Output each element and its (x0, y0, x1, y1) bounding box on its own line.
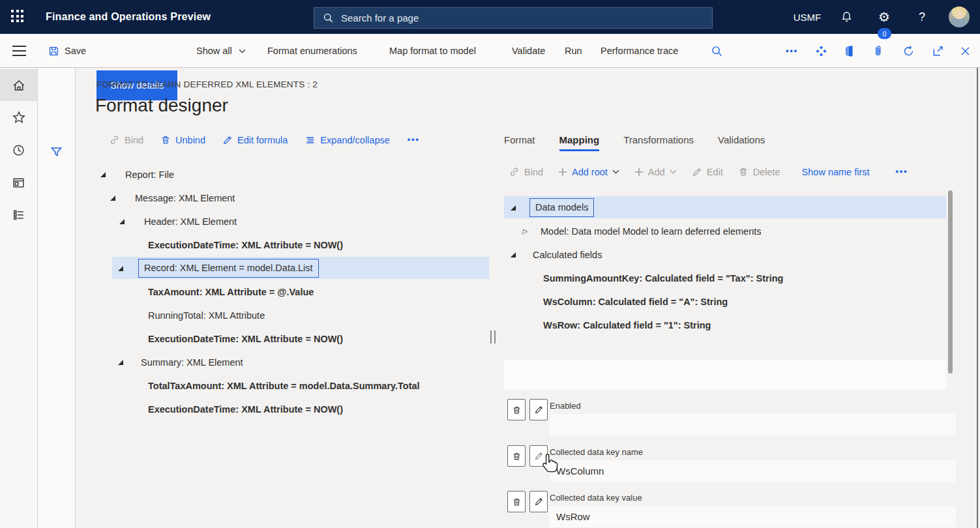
top-nav-bar: Finance and Operations Preview Search fo… (0, 0, 980, 34)
app-launcher-icon[interactable] (11, 10, 26, 25)
sidebar-item-recent[interactable] (0, 134, 37, 166)
add-root-button[interactable]: Add root (558, 167, 619, 177)
save-button[interactable]: Save (48, 34, 86, 68)
left-toolbar-more-button[interactable]: ⋯ (407, 132, 420, 147)
delete-field-button[interactable] (507, 399, 526, 420)
trash-icon (738, 166, 749, 177)
right-toolbar-more-button[interactable]: ⋯ (895, 164, 908, 179)
sidebar-item-favorites[interactable] (0, 101, 37, 133)
delete-button[interactable]: Delete (738, 166, 780, 177)
edit-field-button[interactable] (529, 445, 548, 467)
sidebar-item-home[interactable] (0, 69, 37, 101)
bind-icon (109, 134, 120, 145)
edit-field-button[interactable] (529, 491, 548, 512)
tab-mapping[interactable]: Mapping (559, 134, 600, 151)
favorites-icon (12, 110, 26, 125)
save-icon (48, 46, 59, 57)
pencil-icon (692, 167, 702, 177)
trash-icon (160, 134, 171, 145)
chevron-down-icon (612, 169, 619, 174)
close-icon[interactable] (960, 34, 971, 68)
expand-collapse-button[interactable]: Expand/collapse (304, 135, 389, 145)
edit-field-button[interactable] (529, 399, 548, 420)
tree-row[interactable]: SummingAmountKey: Calculated field = "Ta… (0, 267, 980, 290)
recent-icon (12, 143, 25, 157)
field-label: Enabled (550, 401, 581, 411)
bind-button[interactable]: Bind (509, 166, 543, 177)
bind-icon (509, 166, 520, 177)
performance-trace-button[interactable]: Performance trace (601, 34, 678, 68)
chevron-down-icon (670, 169, 677, 174)
collected-data-key-name-field[interactable] (550, 460, 956, 482)
tab-transformations[interactable]: Transformations (623, 134, 694, 151)
format-tree-toolbar: Bind Unbind Edit formula (109, 132, 420, 147)
delete-field-button[interactable] (507, 445, 526, 467)
tree-row[interactable]: Calculated fields (0, 243, 980, 267)
tree-row[interactable]: WsColumn: Calculated field = "A": String (0, 290, 980, 314)
map-format-to-model-button[interactable]: Map format to model (389, 34, 476, 68)
format-enumerations-button[interactable]: Format enumerations (267, 34, 357, 68)
popout-icon[interactable] (932, 34, 944, 68)
show-all-menu[interactable]: Show all (196, 34, 246, 68)
run-button[interactable]: Run (565, 34, 582, 68)
bell-icon[interactable] (832, 0, 861, 34)
tab-format[interactable]: Format (504, 134, 535, 151)
refresh-icon[interactable] (902, 34, 915, 68)
right-pane-tabs: Format Mapping Transformations Validatio… (504, 134, 765, 151)
page-title: Format designer (95, 95, 228, 116)
dynamics-icon[interactable] (815, 34, 827, 68)
enabled-field[interactable] (550, 414, 956, 435)
more-commands-button[interactable]: ⋯ (785, 34, 798, 68)
unbind-button[interactable]: Unbind (160, 134, 205, 145)
tree-row-selected[interactable]: Data models (0, 196, 980, 220)
edit-button[interactable]: Edit (692, 167, 723, 177)
delete-field-button[interactable] (507, 491, 526, 512)
tab-validations[interactable]: Validations (718, 134, 765, 151)
app-title: Finance and Operations Preview (46, 0, 211, 34)
home-icon (12, 78, 26, 93)
edit-formula-button[interactable]: Edit formula (222, 135, 288, 145)
page-search-input[interactable]: Search for a page (314, 7, 713, 29)
plus-icon (558, 168, 567, 177)
add-button[interactable]: Add (634, 167, 677, 177)
app-window: Finance and Operations Preview Search fo… (0, 0, 980, 528)
search-placeholder: Search for a page (341, 12, 419, 23)
vertical-scrollbar[interactable] (948, 190, 953, 374)
pencil-icon (222, 135, 233, 145)
company-picker[interactable]: USMF (789, 0, 825, 34)
help-icon[interactable]: ? (908, 0, 936, 34)
attachments-count-badge: 0 (878, 28, 891, 39)
filter-icon[interactable] (38, 139, 75, 164)
collected-data-key-value-field[interactable] (550, 506, 956, 527)
field-label: Collected data key value (550, 493, 642, 503)
chevron-down-icon (239, 49, 246, 53)
window-edge (977, 68, 978, 528)
bind-button[interactable]: Bind (109, 134, 143, 145)
plus-icon (634, 168, 644, 177)
hamburger-icon[interactable] (10, 34, 27, 68)
command-bar: Save Show details Show all Format enumer… (0, 34, 980, 68)
user-avatar[interactable] (949, 7, 970, 27)
validate-button[interactable]: Validate (512, 34, 545, 68)
office-icon[interactable] (844, 34, 855, 68)
tree-row[interactable]: WsRow: Calculated field = "1": String (0, 314, 980, 337)
command-search-icon[interactable] (711, 34, 723, 68)
tree-row[interactable]: Model: Data model Model to learn deferre… (0, 220, 980, 243)
search-icon (323, 12, 334, 23)
expand-collapse-icon (304, 135, 316, 145)
empty-grid-row (504, 360, 946, 390)
page-caption: FORMAT TO LEARN DEFERRED XML ELEMENTS : … (97, 80, 318, 89)
show-name-first-button[interactable]: Show name first (802, 167, 870, 177)
field-label: Collected data key name (550, 447, 643, 457)
mapping-toolbar: Bind Add root Add (509, 164, 908, 179)
